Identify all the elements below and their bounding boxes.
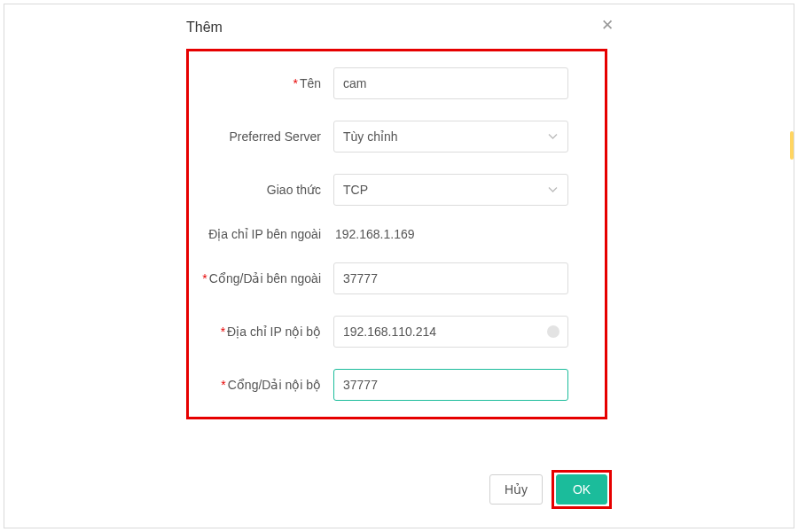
internal-ip-wrap: [333, 316, 568, 348]
required-star: *: [221, 378, 225, 392]
required-star: *: [202, 271, 207, 286]
preferred-server-value[interactable]: [333, 121, 568, 153]
dialog-header: Thêm ✕: [186, 14, 607, 49]
label-internal-port: *Cổng/Dải nội bộ: [198, 378, 333, 392]
label-name: *Tên: [198, 76, 333, 90]
form-highlight-box: *Tên Preferred Server Giao thức: [186, 49, 607, 419]
clear-icon[interactable]: [547, 325, 559, 338]
decorative-edge: [790, 131, 794, 160]
row-protocol: Giao thức: [198, 174, 591, 206]
row-internal-port: *Cổng/Dải nội bộ: [198, 369, 591, 401]
external-ip-value: 192.168.1.169: [333, 227, 415, 241]
label-protocol: Giao thức: [198, 183, 333, 197]
cancel-button[interactable]: Hủy: [489, 474, 543, 505]
internal-ip-input[interactable]: [333, 316, 568, 348]
external-port-input[interactable]: [333, 262, 568, 294]
label-preferred-server: Preferred Server: [198, 129, 333, 144]
close-icon[interactable]: ✕: [598, 16, 616, 35]
required-star: *: [221, 325, 225, 339]
row-name: *Tên: [198, 67, 591, 99]
protocol-value[interactable]: [333, 174, 568, 206]
dialog-footer: Hủy OK: [489, 470, 612, 509]
ok-highlight-box: OK: [552, 470, 612, 509]
label-internal-ip: *Địa chỉ IP nội bộ: [198, 325, 333, 339]
protocol-select[interactable]: [333, 174, 568, 206]
add-dialog: Thêm ✕ *Tên Preferred Server Giao thức: [186, 14, 607, 419]
row-preferred-server: Preferred Server: [198, 121, 591, 153]
name-input[interactable]: [333, 67, 568, 99]
preferred-server-select[interactable]: [333, 121, 568, 153]
dialog-title: Thêm: [186, 20, 223, 35]
row-internal-ip: *Địa chỉ IP nội bộ: [198, 316, 591, 348]
required-star: *: [293, 76, 297, 90]
label-external-port: *Cổng/Dải bên ngoài: [198, 271, 333, 286]
internal-port-input[interactable]: [333, 369, 568, 401]
row-external-port: *Cổng/Dải bên ngoài: [198, 262, 591, 294]
ok-button[interactable]: OK: [556, 474, 607, 505]
label-external-ip: Địa chỉ IP bên ngoài: [198, 227, 333, 241]
row-external-ip: Địa chỉ IP bên ngoài 192.168.1.169: [198, 227, 591, 241]
